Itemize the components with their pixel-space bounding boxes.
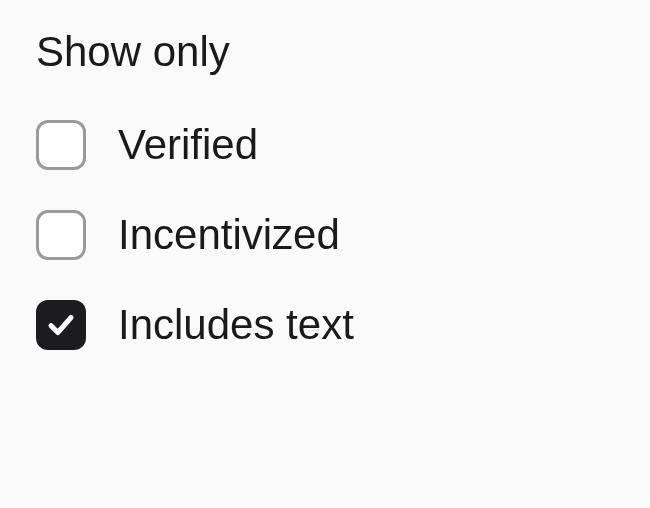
checkbox-verified[interactable] bbox=[36, 120, 86, 170]
checkbox-includes-text[interactable] bbox=[36, 300, 86, 350]
option-label-incentivized: Incentivized bbox=[118, 211, 340, 259]
filter-options-list: Verified Incentivized Includes text bbox=[36, 120, 614, 350]
checkmark-icon bbox=[46, 310, 76, 340]
option-label-includes-text: Includes text bbox=[118, 301, 354, 349]
option-includes-text[interactable]: Includes text bbox=[36, 300, 614, 350]
checkbox-incentivized[interactable] bbox=[36, 210, 86, 260]
option-incentivized[interactable]: Incentivized bbox=[36, 210, 614, 260]
filter-heading: Show only bbox=[36, 28, 614, 76]
option-verified[interactable]: Verified bbox=[36, 120, 614, 170]
option-label-verified: Verified bbox=[118, 121, 258, 169]
